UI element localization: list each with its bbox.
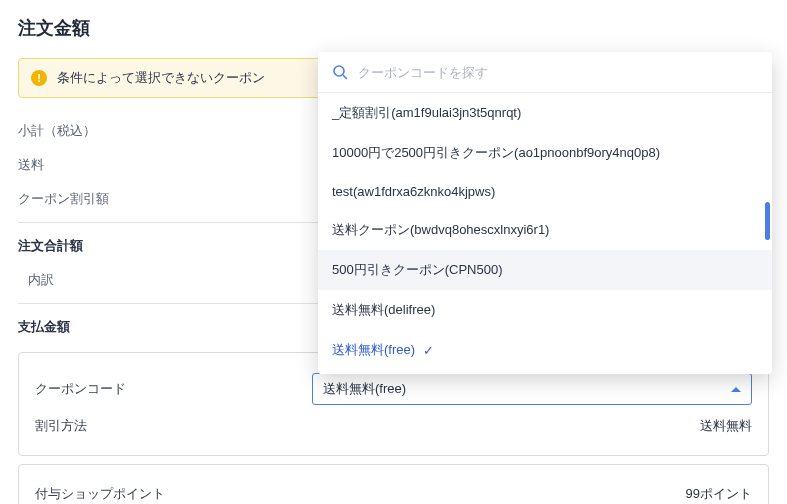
chevron-up-icon — [731, 387, 741, 392]
dropdown-option-label: _定額割引(am1f9ulai3jn3t5qnrqt) — [332, 104, 521, 122]
points-value: 99ポイント — [686, 485, 752, 503]
breakdown-label: 内訳 — [28, 271, 54, 289]
discount-method-value: 送料無料 — [700, 417, 752, 435]
points-card: 付与ショップポイント 99ポイント — [18, 464, 769, 504]
dropdown-option[interactable]: test(aw1fdrxa6zknko4kjpws) — [318, 173, 772, 210]
subtotal-label: 小計（税込） — [18, 122, 96, 140]
dropdown-option[interactable]: 送料無料(delifree) — [318, 290, 772, 330]
pay-total-label: 支払金額 — [18, 318, 70, 336]
dropdown-option[interactable]: _定額割引(am1f9ulai3jn3t5qnrqt) — [318, 93, 772, 133]
check-icon: ✓ — [423, 343, 434, 358]
dropdown-option[interactable]: 500円引きクーポン(CPN500) — [318, 250, 772, 290]
warning-icon: ! — [31, 70, 47, 86]
dropdown-option-label: 10000円で2500円引きクーポン(ao1pnoonbf9ory4nq0p8) — [332, 144, 660, 162]
dropdown-option[interactable]: 送料無料(free)✓ — [318, 330, 772, 370]
dropdown-option-label: test(aw1fdrxa6zknko4kjpws) — [332, 184, 495, 199]
svg-line-1 — [343, 75, 347, 79]
order-total-label: 注文合計額 — [18, 237, 83, 255]
dropdown-option-label: 送料無料(free) — [332, 341, 415, 359]
coupon-discount-label: クーポン割引額 — [18, 190, 109, 208]
dropdown-option-label: 500円引きクーポン(CPN500) — [332, 261, 503, 279]
alert-text: 条件によって選択できないクーポン — [57, 69, 265, 87]
dropdown-option-label: 送料クーポン(bwdvq8ohescxlnxyi6r1) — [332, 221, 549, 239]
search-input[interactable] — [358, 65, 758, 80]
points-label: 付与ショップポイント — [35, 485, 165, 503]
page-title: 注文金額 — [18, 16, 769, 40]
dropdown-option[interactable]: 送料クーポン(bwdvq8ohescxlnxyi6r1) — [318, 210, 772, 250]
coupon-dropdown: _定額割引(am1f9ulai3jn3t5qnrqt)10000円で2500円引… — [318, 52, 772, 374]
coupon-select[interactable]: 送料無料(free) — [312, 373, 752, 405]
scrollbar-thumb[interactable] — [765, 202, 770, 240]
dropdown-option[interactable]: 10000円で2500円引きクーポン(ao1pnoonbf9ory4nq0p8) — [318, 133, 772, 173]
svg-point-0 — [334, 66, 344, 76]
dropdown-option-label: 送料無料(delifree) — [332, 301, 435, 319]
coupon-select-value: 送料無料(free) — [323, 380, 406, 398]
coupon-code-label: クーポンコード — [35, 380, 126, 398]
discount-method-label: 割引方法 — [35, 417, 87, 435]
dropdown-search — [318, 52, 772, 93]
search-icon — [332, 64, 348, 80]
shipping-label: 送料 — [18, 156, 44, 174]
